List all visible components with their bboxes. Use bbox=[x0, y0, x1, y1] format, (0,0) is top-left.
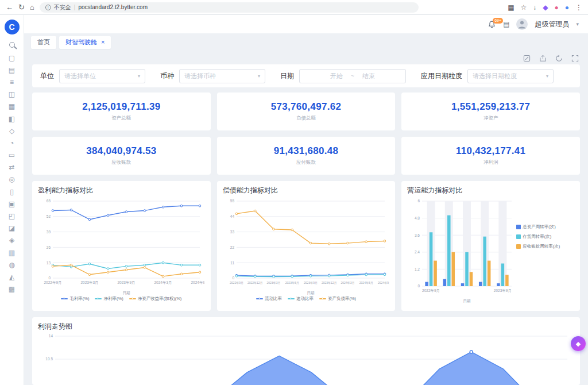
sidebar-item-organization-icon[interactable]: ◧ bbox=[9, 116, 15, 122]
sidebar-item-mail-icon[interactable]: ▭ bbox=[9, 152, 15, 159]
legend-marker-dot bbox=[97, 298, 99, 299]
sidebar-item-modules-icon[interactable]: ▦ bbox=[9, 103, 15, 110]
theme-switch-icon[interactable]: ▤ bbox=[503, 21, 509, 28]
tab-bar: 首页 财智驾驶舱 × bbox=[24, 33, 588, 49]
currency-label: 币种 bbox=[160, 71, 174, 81]
unit-select[interactable]: 请选择单位 ▾ bbox=[59, 69, 145, 83]
extensions-icon[interactable]: ◆ bbox=[543, 4, 548, 11]
refresh-page-icon[interactable] bbox=[555, 55, 563, 62]
kpi-value: 2,125,019,711.39 bbox=[82, 101, 160, 113]
address-bar[interactable]: ! 不安全 | pocstandard2.t2.bytter.com bbox=[40, 2, 419, 13]
kpi-value: 110,432,177.41 bbox=[456, 145, 525, 157]
chart-legend: 流动比率速动比率资产负债率(%) bbox=[223, 296, 390, 302]
svg-text:3.6: 3.6 bbox=[415, 233, 420, 237]
legend-marker bbox=[256, 298, 263, 299]
kpi-label: 应付账款 bbox=[296, 159, 316, 166]
legend-item[interactable]: 资产负债率(%) bbox=[319, 296, 356, 302]
date-filter: 日期 开始 ~ 结束 bbox=[280, 69, 406, 83]
app-logo[interactable]: C bbox=[5, 20, 20, 34]
sidebar-item-globe-icon[interactable]: ◍ bbox=[9, 261, 14, 268]
downloads-icon[interactable]: ↓ bbox=[533, 4, 536, 11]
home-icon[interactable]: ⌂ bbox=[30, 3, 34, 11]
svg-text:22: 22 bbox=[230, 245, 234, 249]
back-icon[interactable]: ← bbox=[6, 3, 13, 11]
notification-badge: 69+ bbox=[493, 18, 503, 24]
svg-text:6: 6 bbox=[418, 199, 420, 203]
sync-icon[interactable]: ● bbox=[565, 4, 569, 11]
browser-actions: ▦☆↓◆●●⋮ bbox=[508, 4, 582, 11]
sidebar-item-settings-icon[interactable]: ◎ bbox=[9, 176, 14, 183]
sidebar-item-monitor-icon[interactable]: ◫ bbox=[9, 91, 15, 98]
tab-close-icon[interactable]: × bbox=[101, 39, 105, 45]
share-icon[interactable] bbox=[539, 55, 547, 62]
legend-item[interactable]: 毛利率(%) bbox=[61, 296, 89, 302]
solvency-line-chart[interactable]: 011223344552022年9月2022年12月2023年3月2023年6月… bbox=[223, 197, 389, 295]
kpi-label: 净资产 bbox=[483, 115, 498, 122]
sidebar-item-key-icon[interactable]: ◈ bbox=[9, 237, 14, 244]
legend-item[interactable]: 总资产周转率(次) bbox=[516, 224, 556, 230]
more-menu-icon[interactable]: ⋮ bbox=[575, 4, 582, 11]
granularity-filter: 应用日期粒度 请选择日期粒度 ▾ bbox=[421, 69, 554, 83]
split-screen-icon[interactable]: ▦ bbox=[508, 4, 514, 11]
assistant-floating-button[interactable]: ◆ bbox=[571, 336, 586, 351]
security-label: 不安全 bbox=[54, 3, 71, 11]
sidebar-item-transfer-icon[interactable]: ⇄ bbox=[9, 164, 14, 171]
legend-item[interactable]: 流动比率 bbox=[256, 296, 282, 302]
username[interactable]: 超级管理员 bbox=[535, 20, 569, 29]
sidebar-item-report-icon[interactable]: ▤ bbox=[9, 67, 15, 74]
legend-item[interactable]: 应收账款周转率(次) bbox=[516, 244, 560, 249]
kpi-value: 384,040,974.53 bbox=[86, 145, 156, 157]
sidebar-item-shield-icon[interactable]: ◇ bbox=[9, 128, 14, 134]
date-start-input[interactable]: 开始 bbox=[330, 72, 343, 80]
currency-select[interactable]: 请选择币种 ▾ bbox=[179, 69, 265, 83]
sidebar-item-menu-icon[interactable]: ▩ bbox=[9, 286, 15, 292]
profile-icon[interactable]: ● bbox=[555, 4, 559, 11]
svg-text:4.8: 4.8 bbox=[415, 216, 420, 220]
granularity-select[interactable]: 请选择日期粒度 ▾ bbox=[467, 69, 554, 83]
legend-item[interactable]: 净利率(%) bbox=[95, 296, 123, 302]
svg-text:1.2: 1.2 bbox=[415, 267, 420, 271]
left-sidebar: C ▢▤≡◫▦◧◇◔▭⇄◎▯▣◰◪◈▥◍◭▩ bbox=[0, 15, 24, 385]
search-icon[interactable] bbox=[9, 42, 15, 48]
date-label: 日期 bbox=[280, 71, 294, 81]
sidebar-item-briefcase-icon[interactable]: ◪ bbox=[9, 225, 15, 232]
sidebar-item-document-icon[interactable]: ▯ bbox=[10, 188, 14, 195]
sidebar-item-chart-icon[interactable]: ▥ bbox=[9, 249, 15, 256]
operating-bar-chart[interactable]: 01.22.43.64.862022年9月2023年9月日期 bbox=[407, 197, 516, 303]
url-text: pocstandard2.t2.bytter.com bbox=[78, 4, 148, 10]
notification-bell-icon[interactable]: 69+ bbox=[488, 20, 496, 29]
favorite-icon[interactable]: ☆ bbox=[521, 4, 527, 11]
tab-home[interactable]: 首页 bbox=[31, 36, 56, 49]
currency-placeholder: 请选择币种 bbox=[184, 72, 216, 80]
sidebar-item-list-icon[interactable]: ≡ bbox=[10, 79, 14, 86]
design-mode-icon[interactable] bbox=[523, 55, 531, 62]
sidebar-item-dashboard-icon[interactable]: ▢ bbox=[9, 55, 15, 61]
kpi-card: 573,760,497.62负债总额 bbox=[217, 93, 396, 130]
user-avatar[interactable] bbox=[516, 18, 528, 30]
legend-label: 应收账款周转率(次) bbox=[523, 244, 560, 249]
svg-text:2023年9月: 2023年9月 bbox=[494, 288, 512, 293]
svg-text:2024年3月: 2024年3月 bbox=[154, 280, 172, 285]
sidebar-item-screen-icon[interactable]: ▣ bbox=[9, 201, 15, 207]
main-area: 69+ ▤ 超级管理员 ▾ 首页 财智驾驶舱 × bbox=[24, 15, 588, 385]
sidebar-item-edit-icon[interactable]: ◭ bbox=[9, 274, 14, 280]
sidebar-item-gauge-icon[interactable]: ◔ bbox=[10, 140, 14, 147]
date-end-input[interactable]: 结束 bbox=[362, 72, 375, 80]
fullscreen-icon[interactable] bbox=[571, 55, 579, 62]
chart-title: 营运能力指标对比 bbox=[407, 186, 574, 195]
legend-item[interactable]: 速动比率 bbox=[288, 296, 314, 302]
profitability-line-chart[interactable]: 013263952652022年9月2023年3月2023年9月2024年3月2… bbox=[38, 197, 204, 295]
refresh-icon[interactable]: ↻ bbox=[18, 3, 25, 11]
granularity-placeholder: 请选择日期粒度 bbox=[473, 72, 517, 80]
sidebar-item-archive-icon[interactable]: ◰ bbox=[9, 213, 15, 220]
profit-trend-area-chart[interactable]: 1410.5 bbox=[38, 333, 572, 385]
date-range-picker[interactable]: 开始 ~ 结束 bbox=[299, 69, 406, 83]
tab-label: 首页 bbox=[37, 38, 50, 47]
svg-text:65: 65 bbox=[47, 199, 51, 203]
tab-dashboard[interactable]: 财智驾驶舱 × bbox=[59, 36, 111, 49]
legend-marker bbox=[319, 298, 326, 299]
legend-item[interactable]: 存货周转率(次) bbox=[516, 234, 551, 240]
sidebar-icons: ▢▤≡◫▦◧◇◔▭⇄◎▯▣◰◪◈▥◍◭▩ bbox=[9, 52, 15, 295]
legend-item[interactable]: 净资产收益率(加权)(%) bbox=[129, 296, 182, 302]
chart-card-solvency: 偿债能力指标对比 011223344552022年9月2022年12月2023年… bbox=[217, 181, 396, 311]
